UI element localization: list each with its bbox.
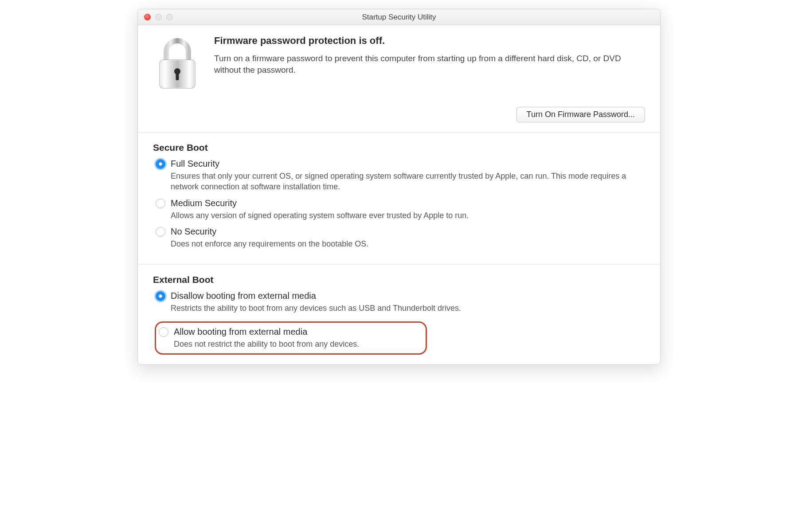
- radio-label: Full Security: [171, 158, 645, 169]
- radio-description: Does not restrict the ability to boot fr…: [174, 339, 359, 349]
- radio-description: Does not enforce any requirements on the…: [171, 239, 645, 249]
- turn-on-firmware-password-button[interactable]: Turn On Firmware Password...: [516, 107, 645, 122]
- svg-rect-3: [176, 73, 179, 80]
- secure-boot-heading: Secure Boot: [153, 142, 645, 153]
- radio-icon[interactable]: [156, 199, 165, 208]
- radio-text: No Security Does not enforce any require…: [171, 226, 645, 249]
- external-boot-heading: External Boot: [153, 274, 645, 285]
- radio-option-no-security[interactable]: No Security Does not enforce any require…: [156, 226, 645, 249]
- firmware-heading: Firmware password protection is off.: [214, 35, 645, 47]
- firmware-text: Firmware password protection is off. Tur…: [214, 35, 645, 75]
- radio-option-medium-security[interactable]: Medium Security Allows any version of si…: [156, 198, 645, 221]
- radio-option-full-security[interactable]: Full Security Ensures that only your cur…: [156, 158, 645, 192]
- radio-text: Full Security Ensures that only your cur…: [171, 158, 645, 192]
- firmware-button-row: Turn On Firmware Password...: [153, 107, 645, 122]
- radio-text: Disallow booting from external media Res…: [171, 290, 645, 313]
- radio-text: Medium Security Allows any version of si…: [171, 198, 645, 221]
- radio-description: Allows any version of signed operating s…: [171, 210, 645, 221]
- firmware-section: Firmware password protection is off. Tur…: [138, 25, 660, 132]
- radio-label: Disallow booting from external media: [171, 290, 645, 301]
- lock-icon: [153, 35, 202, 94]
- secure-boot-section: Secure Boot Full Security Ensures that o…: [138, 132, 660, 264]
- radio-label: Allow booting from external media: [174, 326, 359, 337]
- highlight-annotation: Allow booting from external media Does n…: [155, 321, 427, 354]
- radio-label: No Security: [171, 226, 645, 237]
- radio-label: Medium Security: [171, 198, 645, 209]
- radio-option-allow-external[interactable]: Allow booting from external media Does n…: [159, 326, 359, 349]
- window: Startup Security Utility: [137, 9, 661, 365]
- radio-description: Ensures that only your current OS, or si…: [171, 171, 645, 192]
- firmware-description: Turn on a firmware password to prevent t…: [214, 53, 645, 75]
- radio-icon[interactable]: [156, 159, 165, 169]
- titlebar: Startup Security Utility: [138, 9, 660, 25]
- radio-text: Allow booting from external media Does n…: [174, 326, 359, 349]
- radio-description: Restricts the ability to boot from any d…: [171, 303, 645, 313]
- radio-icon[interactable]: [156, 291, 165, 301]
- firmware-row: Firmware password protection is off. Tur…: [153, 35, 645, 94]
- external-boot-section: External Boot Disallow booting from exte…: [138, 264, 660, 364]
- radio-option-disallow-external[interactable]: Disallow booting from external media Res…: [156, 290, 645, 313]
- radio-icon[interactable]: [156, 227, 165, 237]
- window-title: Startup Security Utility: [138, 13, 660, 22]
- radio-icon[interactable]: [159, 327, 168, 337]
